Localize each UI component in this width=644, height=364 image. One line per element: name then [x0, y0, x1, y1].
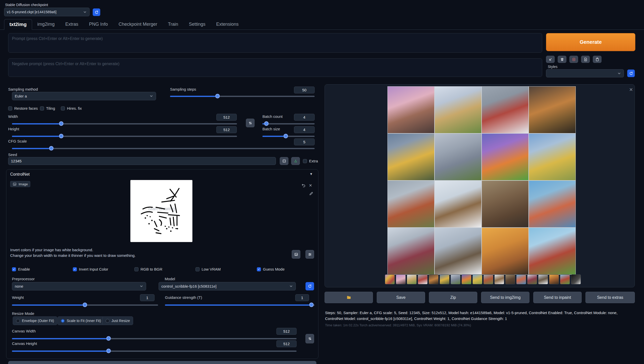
resize-mode-just-resize-radio[interactable]: Just Resize [102, 316, 133, 325]
canvas-settings-button[interactable] [305, 250, 314, 259]
refresh-models-button[interactable] [305, 282, 314, 290]
reuse-seed-button[interactable] [291, 157, 300, 165]
gallery-thumbnail[interactable] [385, 274, 395, 284]
prompt-input[interactable] [8, 33, 542, 53]
controlnet-canvas[interactable]: Start drawing [131, 180, 192, 242]
sampling-steps-slider[interactable] [170, 94, 315, 99]
slider-knob[interactable] [106, 349, 111, 353]
gallery-thumbnail[interactable] [571, 274, 581, 284]
batch-size-number[interactable]: 4 [294, 126, 315, 133]
checkpoint-dropdown[interactable]: v1-5-pruned.ckpt [e1441589a6] [4, 8, 90, 16]
slider-knob[interactable] [83, 303, 87, 307]
gallery-image[interactable] [388, 181, 434, 227]
slider-knob[interactable] [264, 121, 269, 126]
gallery-thumbnail[interactable] [494, 274, 504, 284]
controlnet-image-tab[interactable]: Image [10, 181, 30, 187]
controlnet-accordion-header[interactable]: ControlNet [10, 172, 30, 177]
tab-settings[interactable]: Settings [184, 19, 211, 30]
tiling-checkbox[interactable]: Tiling [40, 106, 55, 110]
swap-canvas-dims-button[interactable] [305, 334, 314, 343]
slider-knob[interactable] [309, 303, 314, 307]
slider-knob[interactable] [49, 146, 53, 150]
batch-count-number[interactable]: 4 [294, 114, 315, 121]
random-seed-button[interactable] [280, 157, 288, 165]
save-style-button[interactable] [593, 56, 601, 63]
gallery-thumbnail[interactable] [560, 274, 570, 284]
extra-networks-button[interactable] [569, 56, 578, 63]
invert-input-color-checkbox[interactable]: ✓ Invert Input Color [73, 267, 108, 271]
gallery-thumbnail[interactable] [549, 274, 559, 284]
gallery-image[interactable] [388, 228, 434, 274]
apply-style-button[interactable] [581, 56, 590, 63]
undo-drawing-button[interactable] [301, 183, 306, 188]
height-slider[interactable] [12, 134, 237, 138]
resize-mode-envelope-radio[interactable]: Envelope (Outer Fit) [13, 316, 57, 325]
canvas-width-slider[interactable] [12, 336, 297, 341]
next-section-header[interactable] [8, 361, 316, 364]
cfg-scale-number[interactable]: 5 [294, 138, 315, 145]
slider-knob[interactable] [59, 121, 63, 126]
tab-img2img[interactable]: img2img [32, 19, 60, 30]
seed-input[interactable] [8, 157, 276, 165]
zip-button[interactable]: Zip [429, 292, 477, 303]
gallery-thumbnail[interactable] [505, 274, 515, 284]
styles-dropdown[interactable] [546, 69, 624, 77]
tab-txt2img[interactable]: txt2img [4, 19, 32, 30]
guess-mode-checkbox[interactable]: ✓ Guess Mode [257, 267, 285, 271]
gallery-thumbnail[interactable] [472, 274, 482, 284]
gallery-thumbnail[interactable] [440, 274, 450, 284]
tab-png-info[interactable]: PNG Info [84, 19, 113, 30]
gallery-thumbnail[interactable] [396, 274, 406, 284]
slider-knob[interactable] [106, 336, 111, 341]
width-number[interactable]: 512 [216, 114, 237, 121]
gallery-image[interactable] [435, 228, 481, 274]
clear-drawing-button[interactable]: × [309, 183, 312, 188]
tab-checkpoint-merger[interactable]: Checkpoint Merger [113, 19, 163, 30]
gallery-image[interactable] [388, 87, 434, 133]
gallery-image[interactable] [482, 181, 528, 227]
paste-params-button[interactable] [546, 56, 555, 63]
swap-width-height-button[interactable] [246, 119, 255, 127]
seed-extra-checkbox[interactable]: Extra [303, 159, 318, 163]
gallery-thumbnail[interactable] [407, 274, 417, 284]
width-slider[interactable] [12, 121, 237, 126]
batch-size-slider[interactable] [262, 134, 315, 138]
gallery-image[interactable] [435, 181, 481, 227]
gallery-image[interactable] [482, 87, 528, 133]
weight-slider[interactable] [12, 303, 158, 307]
low-vram-checkbox[interactable]: Low VRAM [195, 267, 221, 271]
send-to-inpaint-button[interactable]: Send to inpaint [533, 292, 582, 303]
generate-button[interactable]: Generate [546, 33, 635, 51]
gallery-image[interactable] [529, 181, 576, 227]
gallery-image[interactable] [529, 87, 576, 133]
gallery-image[interactable] [529, 228, 576, 274]
save-button[interactable]: Save [377, 292, 425, 303]
gallery-thumbnail[interactable] [516, 274, 526, 284]
batch-count-slider[interactable] [262, 121, 315, 126]
gallery-thumbnail[interactable] [429, 274, 439, 284]
rgb-to-bgr-checkbox[interactable]: RGB to BGR [134, 267, 162, 271]
tab-extensions[interactable]: Extensions [211, 19, 244, 30]
gallery-thumbnail[interactable] [418, 274, 428, 284]
send-to-img2img-button[interactable]: Send to img2img [481, 292, 529, 303]
controlnet-enable-checkbox[interactable]: ✓ Enable [12, 267, 30, 271]
refresh-styles-button[interactable] [627, 69, 635, 77]
gallery-image[interactable] [388, 134, 434, 180]
restore-faces-checkbox[interactable]: Restore faces [8, 106, 38, 110]
clear-prompt-button[interactable] [558, 56, 566, 63]
slider-knob[interactable] [59, 134, 63, 138]
preprocessor-dropdown[interactable]: none [12, 282, 146, 290]
gallery-thumbnail[interactable] [483, 274, 493, 284]
sampling-steps-number[interactable]: 50 [294, 87, 315, 93]
resize-mode-scale-to-fit-radio[interactable]: Scale to Fit (Inner Fit) [58, 316, 104, 325]
gallery-thumbnail[interactable] [527, 274, 537, 284]
canvas-height-number[interactable]: 512 [276, 340, 297, 347]
slider-knob[interactable] [215, 94, 220, 98]
sampling-method-dropdown[interactable]: Euler a [12, 92, 156, 100]
gallery-image[interactable] [435, 134, 481, 180]
send-to-extras-button[interactable]: Send to extras [585, 292, 635, 303]
gallery-thumbnail[interactable] [461, 274, 471, 284]
gallery-thumbnail[interactable] [451, 274, 460, 284]
tab-train[interactable]: Train [163, 19, 184, 30]
model-dropdown[interactable]: control_scribble-fp16 [c508311e] [159, 282, 296, 290]
